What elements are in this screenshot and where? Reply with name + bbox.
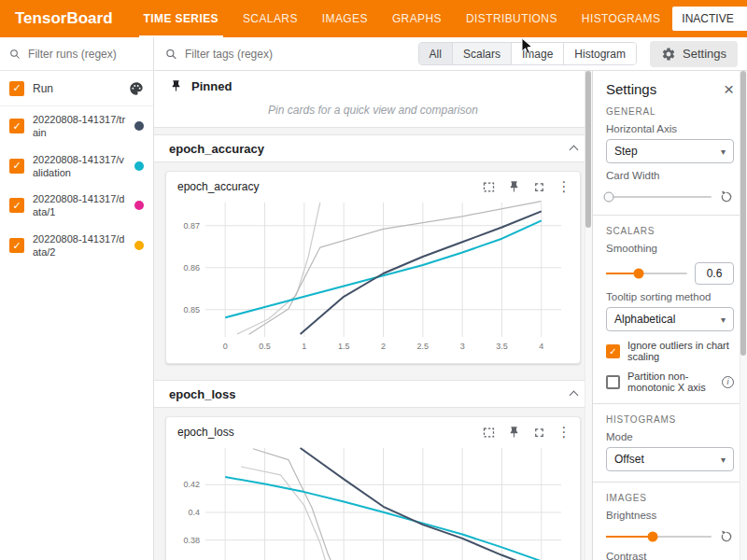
filter-runs-row	[0, 37, 153, 71]
pinned-title: Pinned	[191, 79, 232, 93]
svg-text:4: 4	[539, 342, 543, 351]
svg-text:0.38: 0.38	[183, 536, 200, 545]
ignore-outliers-row[interactable]: ✓ Ignore outliers in chart scaling	[606, 340, 734, 362]
run-row-validation[interactable]: ✓ 20220808-141317/validation	[0, 147, 153, 187]
fit-domain-icon[interactable]	[480, 424, 497, 441]
smoothing-value-input[interactable]	[695, 262, 734, 285]
fullscreen-icon[interactable]	[530, 424, 547, 441]
tab-time-series[interactable]: TIME SERIES	[132, 0, 231, 37]
horizontal-axis-value: Step	[614, 145, 638, 158]
tab-images[interactable]: IMAGES	[310, 0, 380, 37]
run-row-data-2[interactable]: ✓ 20220808-141317/data/2	[0, 226, 153, 266]
tooltip-sorting-select[interactable]: Alphabetical ▾	[606, 307, 734, 331]
reset-icon[interactable]	[719, 529, 734, 544]
reset-icon[interactable]	[719, 189, 734, 204]
settings-panel: Settings × GENERAL Horizontal Axis Step …	[592, 71, 747, 560]
filter-all-button[interactable]: All	[419, 43, 452, 64]
ignore-outliers-label: Ignore outliers in chart scaling	[627, 340, 734, 362]
settings-button[interactable]: Settings	[650, 41, 738, 67]
run-checkbox[interactable]: ✓	[9, 159, 24, 174]
filter-runs-input[interactable]	[28, 48, 144, 61]
epoch-loss-chart[interactable]: 00.511.522.533.540.360.380.40.42	[168, 442, 572, 560]
run-checkbox[interactable]: ✓	[9, 119, 24, 133]
partition-x-axis-row[interactable]: ✓ Partition non-monotonic X axis i	[606, 371, 734, 393]
images-section-label: IMAGES	[606, 493, 734, 503]
section-epoch-loss: epoch_loss epoch_loss	[154, 380, 592, 560]
brightness-slider[interactable]	[606, 536, 712, 538]
chevron-down-icon: ▾	[721, 315, 726, 325]
svg-text:3.5: 3.5	[496, 342, 508, 351]
run-checkbox[interactable]: ✓	[9, 238, 24, 253]
run-color-dot	[134, 121, 144, 131]
card-title: epoch_loss	[177, 426, 480, 439]
run-name: 20220808-141317/data/1	[33, 192, 126, 219]
palette-icon[interactable]	[129, 81, 144, 96]
section-epoch-accuracy: epoch_accuracy epoch_accuracy	[154, 134, 592, 373]
general-section-label: GENERAL	[606, 106, 734, 117]
main-scrollbar-thumb[interactable]	[585, 71, 591, 228]
epoch-accuracy-chart[interactable]: 00.511.522.533.540.850.860.87	[168, 197, 572, 356]
tensorboard-app: TensorBoard TIME SERIES SCALARS IMAGES G…	[0, 0, 747, 560]
filter-tags-input[interactable]	[185, 48, 418, 61]
select-all-runs-checkbox[interactable]: ✓	[9, 81, 24, 96]
search-icon	[165, 48, 177, 61]
pinned-empty-message: Pin cards for a quick view and compariso…	[169, 93, 577, 119]
pin-card-icon[interactable]	[505, 178, 522, 195]
main-scrollbar[interactable]	[585, 71, 592, 560]
section-header-epoch-accuracy[interactable]: epoch_accuracy	[154, 134, 592, 162]
chevron-up-icon	[570, 146, 579, 155]
run-row-data-1[interactable]: ✓ 20220808-141317/data/1	[0, 186, 153, 226]
settings-panel-title: Settings	[606, 81, 656, 97]
more-options-icon[interactable]: ⋮	[556, 424, 572, 441]
run-list-header: ✓ Run	[0, 71, 153, 106]
section-title: epoch_accuracy	[169, 142, 264, 156]
run-checkbox[interactable]: ✓	[9, 198, 24, 213]
tooltip-sorting-value: Alphabetical	[614, 313, 675, 326]
app-title: TensorBoard	[0, 9, 132, 28]
ignore-outliers-checkbox[interactable]: ✓	[606, 344, 620, 358]
tab-graphs[interactable]: GRAPHS	[380, 0, 454, 37]
tooltip-sorting-label: Tooltip sorting method	[606, 291, 734, 302]
svg-text:0.5: 0.5	[259, 342, 271, 351]
svg-text:2: 2	[381, 342, 386, 351]
brightness-label: Brightness	[606, 510, 734, 521]
svg-text:3: 3	[460, 342, 465, 351]
partition-x-axis-checkbox[interactable]: ✓	[606, 375, 620, 389]
close-icon[interactable]: ×	[724, 80, 734, 98]
tab-scalars[interactable]: SCALARS	[231, 0, 310, 37]
run-name: 20220808-141317/data/2	[33, 232, 126, 259]
fit-domain-icon[interactable]	[480, 178, 497, 195]
histogram-mode-select[interactable]: Offset ▾	[606, 447, 734, 471]
section-header-epoch-loss[interactable]: epoch_loss	[154, 380, 592, 408]
filter-image-button[interactable]: Image	[511, 43, 563, 64]
gear-icon	[661, 47, 676, 62]
header-actions: INACTIVE ▾ ?	[672, 7, 747, 31]
divider	[593, 215, 747, 216]
fullscreen-icon[interactable]	[530, 178, 547, 195]
filter-histogram-button[interactable]: Histogram	[563, 43, 636, 64]
smoothing-slider[interactable]	[606, 273, 687, 274]
svg-text:2.5: 2.5	[417, 342, 430, 351]
runs-sidebar: ✓ Run ✓ 20220808-141317/train ✓ 20220808…	[0, 37, 154, 560]
run-column-label: Run	[33, 82, 120, 95]
smoothing-label: Smoothing	[606, 243, 734, 254]
scalars-section-label: SCALARS	[606, 226, 734, 236]
info-icon[interactable]: i	[722, 376, 734, 388]
reload-status-dropdown[interactable]: INACTIVE ▾	[672, 7, 747, 31]
filter-scalars-button[interactable]: Scalars	[452, 43, 511, 64]
svg-text:0.87: 0.87	[183, 221, 200, 231]
tab-histograms[interactable]: HISTOGRAMS	[570, 0, 672, 37]
svg-text:0.4: 0.4	[188, 508, 200, 517]
settings-scrollbar-thumb[interactable]	[740, 71, 746, 356]
chevron-down-icon: ▾	[721, 147, 726, 157]
settings-scrollbar[interactable]	[740, 71, 747, 560]
app-header: TensorBoard TIME SERIES SCALARS IMAGES G…	[0, 0, 747, 37]
pin-card-icon[interactable]	[505, 424, 522, 441]
more-options-icon[interactable]: ⋮	[556, 178, 572, 195]
tab-distributions[interactable]: DISTRIBUTIONS	[454, 0, 570, 37]
run-row-train[interactable]: ✓ 20220808-141317/train	[0, 106, 153, 147]
card-width-slider[interactable]	[606, 196, 712, 198]
search-icon	[9, 48, 21, 61]
horizontal-axis-select[interactable]: Step ▾	[606, 139, 734, 163]
section-title: epoch_loss	[169, 387, 236, 401]
